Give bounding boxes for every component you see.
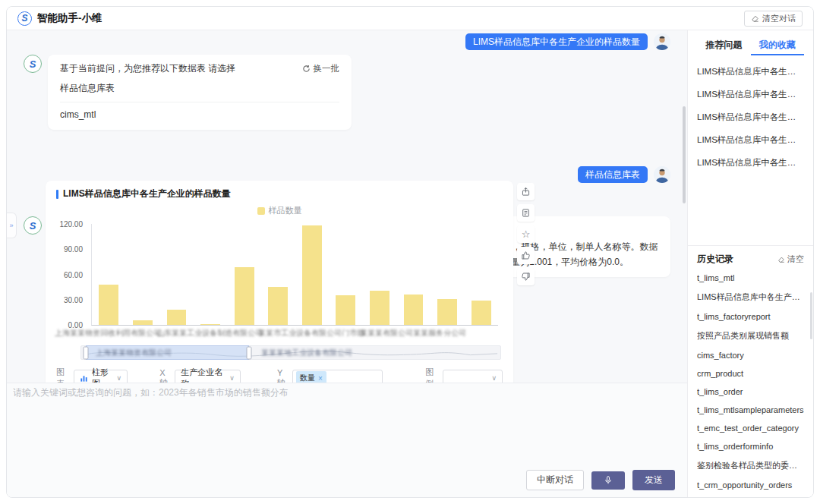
list-item[interactable]: t_lims_order bbox=[697, 383, 804, 401]
eraser-icon bbox=[777, 256, 785, 263]
datazoom-left-label: 上海某某物资有限公司 bbox=[96, 348, 172, 358]
list-item[interactable]: 按照产品类别展现销售额 bbox=[697, 326, 804, 346]
bars bbox=[92, 224, 498, 325]
bar bbox=[92, 224, 126, 325]
export-icon bbox=[521, 187, 531, 197]
chart-card: LIMS样品信息库中各生产企业的样品数量 样品数量 120.0090.0060.… bbox=[46, 181, 513, 394]
recommend-prompt: 基于当前提问，为您推荐以下数据表 请选择 bbox=[60, 62, 235, 75]
assistant-avatar: S bbox=[24, 216, 42, 235]
datazoom-right-handle[interactable] bbox=[246, 346, 251, 359]
assistant-avatar: S bbox=[24, 55, 42, 73]
bar bbox=[261, 224, 295, 325]
app-title: 智能助手-小维 bbox=[37, 11, 102, 25]
bar bbox=[295, 224, 329, 325]
chat-scrollbar[interactable] bbox=[683, 106, 686, 203]
chat-area: LIMS样品信息库中各生产企业的样品数量 S 基于当前提问，为您推荐以下数据表 … bbox=[7, 30, 687, 497]
list-item[interactable]: t_lims_mtl bbox=[697, 269, 804, 287]
bar bbox=[126, 224, 160, 325]
export-button[interactable] bbox=[517, 183, 535, 200]
refresh-batch-button[interactable]: 换一批 bbox=[302, 63, 340, 74]
send-button[interactable]: 发送 bbox=[632, 470, 675, 490]
sidebar-scrollbar[interactable] bbox=[810, 292, 812, 339]
app-logo-icon: S bbox=[17, 11, 32, 26]
thumbs-up-button[interactable] bbox=[517, 247, 535, 264]
thumbs-up-icon bbox=[521, 250, 531, 260]
history-title: 历史记录 bbox=[697, 253, 733, 266]
x-tick-label-blurred: 某某某有限公司某某服务分公司 bbox=[360, 328, 466, 339]
table-recommend-card: 基于当前提问，为您推荐以下数据表 请选择 换一批 样品信息库表cims_mtl bbox=[48, 55, 352, 130]
bar bbox=[159, 224, 194, 325]
list-item[interactable]: t_lims_factoryreport bbox=[697, 307, 804, 326]
bar bbox=[430, 224, 465, 325]
chevron-down-icon: ∨ bbox=[229, 374, 235, 382]
y-tick-label: 30.00 bbox=[64, 295, 83, 304]
list-item[interactable]: LIMS样品信息库中各生产企业的样品数量 bbox=[697, 83, 804, 106]
user-message-bubble: LIMS样品信息库中各生产企业的样品数量 bbox=[465, 33, 648, 50]
bar bbox=[329, 224, 363, 325]
clear-chat-label: 清空对话 bbox=[762, 13, 796, 24]
divider bbox=[688, 245, 813, 246]
chart-action-toolbar: ☆ bbox=[517, 183, 535, 285]
list-item[interactable]: cims_mtl bbox=[60, 102, 339, 127]
input-area: 中断对话 发送 bbox=[7, 383, 687, 497]
legend-label: 样品数量 bbox=[269, 205, 302, 216]
assistant-message-row: S 基于当前提问，为您推荐以下数据表 请选择 换一批 样品信息库表cims_mt… bbox=[7, 55, 687, 130]
star-icon: ☆ bbox=[522, 228, 531, 240]
bar bbox=[464, 224, 498, 325]
prompt-input[interactable] bbox=[13, 386, 681, 467]
history-clear-button[interactable]: 清空 bbox=[777, 254, 804, 265]
list-item[interactable]: cims_factory bbox=[697, 346, 804, 364]
report-button[interactable] bbox=[517, 204, 535, 222]
spacer bbox=[697, 174, 804, 245]
list-item[interactable]: LIMS样品信息库中各生产企业的样品数量 bbox=[697, 60, 804, 83]
title-accent-bar bbox=[56, 190, 58, 199]
favorite-button[interactable]: ☆ bbox=[517, 225, 535, 243]
list-item[interactable]: t_lims_orderforminfo bbox=[697, 437, 804, 455]
header: S 智能助手-小维 清空对话 bbox=[7, 7, 813, 30]
bar bbox=[194, 224, 228, 325]
app-window: S 智能助手-小维 清空对话 LIMS样品信息库中各生产企业的样品数量 S 基于… bbox=[6, 6, 814, 498]
list-item[interactable]: t_emc_test_order_category bbox=[697, 419, 804, 437]
y-axis-chip-label: 数量 bbox=[300, 373, 315, 383]
x-axis-labels: 上海某某物资回收利用有限公司山东某某工业设备制造有限公司某某市工业设备有限公司门… bbox=[91, 328, 498, 339]
sidebar-collapse-handle[interactable]: » bbox=[7, 213, 17, 238]
eraser-icon bbox=[751, 14, 759, 23]
tab-recommended-questions[interactable]: 推荐问题 bbox=[697, 36, 751, 55]
list-item[interactable]: LIMS样品信息库中各生产企业的样品数量 bbox=[697, 287, 804, 307]
chart-legend[interactable]: 样品数量 bbox=[56, 205, 503, 216]
interrupt-button[interactable]: 中断对话 bbox=[526, 470, 584, 490]
y-tick-label: 90.00 bbox=[64, 245, 83, 254]
list-item[interactable]: LIMS样品信息库中各生产企业的样品数量 bbox=[697, 151, 804, 174]
datazoom-slider[interactable]: 上海某某物资有限公司 某某某地工业设备有限公司 bbox=[80, 345, 501, 360]
history-list: t_lims_mtlLIMS样品信息库中各生产企业的样品数量t_lims_fac… bbox=[697, 269, 804, 494]
report-icon bbox=[521, 208, 531, 218]
x-tick-label-blurred: 山东某某工业设备制造有限公司 bbox=[156, 328, 263, 339]
chart-title: LIMS样品信息库中各生产企业的样品数量 bbox=[63, 187, 231, 200]
sidebar-tabs: 推荐问题 我的收藏 bbox=[697, 36, 804, 55]
bar bbox=[396, 224, 430, 325]
list-item[interactable]: t_lims_mtlsampleparameters bbox=[697, 401, 804, 419]
list-item[interactable]: 鉴别检验各样品类型的委托数量 bbox=[697, 455, 804, 476]
bar bbox=[363, 224, 397, 325]
user-avatar bbox=[654, 166, 670, 183]
bar bbox=[227, 224, 261, 325]
y-tick-label: 60.00 bbox=[64, 270, 83, 279]
refresh-icon bbox=[302, 65, 311, 73]
list-item[interactable]: LIMS样品信息库中各生产企业的样品数量 bbox=[697, 128, 804, 151]
bar-chart-icon bbox=[80, 374, 88, 383]
datazoom-left-handle[interactable] bbox=[83, 346, 88, 359]
favorites-list: LIMS样品信息库中各生产企业的样品数量LIMS样品信息库中各生产企业的样品数量… bbox=[697, 60, 804, 174]
chevron-down-icon: ∨ bbox=[491, 374, 497, 382]
voice-input-button[interactable] bbox=[591, 471, 625, 490]
thumbs-down-button[interactable] bbox=[517, 268, 535, 285]
remove-icon[interactable]: × bbox=[318, 374, 323, 383]
clear-chat-button[interactable]: 清空对话 bbox=[744, 11, 803, 27]
tab-my-favorites[interactable]: 我的收藏 bbox=[751, 36, 805, 55]
list-item[interactable]: t_crm_opportunity_orders bbox=[697, 476, 804, 494]
user-message-bubble: 样品信息库表 bbox=[578, 166, 648, 183]
chevron-down-icon: ∨ bbox=[117, 374, 122, 382]
list-item[interactable]: 样品信息库表 bbox=[60, 75, 339, 102]
plot-area: 120.0090.0060.0030.000.00 bbox=[91, 224, 498, 326]
list-item[interactable]: crm_product bbox=[697, 364, 804, 383]
list-item[interactable]: LIMS样品信息库中各生产企业的样品数量 bbox=[697, 106, 804, 128]
